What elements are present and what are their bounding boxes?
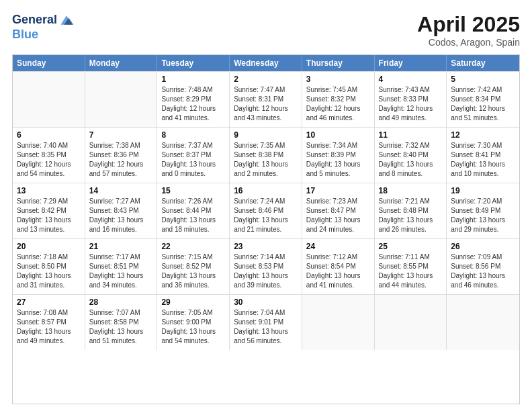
sunrise-text: Sunrise: 7:37 AM xyxy=(161,141,225,150)
daylight-text: Daylight: 13 hours and 31 minutes. xyxy=(17,271,81,290)
day-number: 18 xyxy=(379,186,443,195)
daylight-text: Daylight: 12 hours and 43 minutes. xyxy=(234,104,298,123)
day-number: 9 xyxy=(234,130,298,140)
day-number: 5 xyxy=(451,75,515,84)
sunset-text: Sunset: 8:35 PM xyxy=(17,150,81,160)
day-number: 29 xyxy=(161,298,225,307)
sunrise-text: Sunrise: 7:12 AM xyxy=(306,253,370,262)
calendar-cell: 8Sunrise: 7:37 AMSunset: 8:37 PMDaylight… xyxy=(157,128,230,183)
sunrise-text: Sunrise: 7:05 AM xyxy=(161,308,225,318)
daylight-text: Daylight: 13 hours and 51 minutes. xyxy=(89,327,153,346)
sunset-text: Sunset: 8:40 PM xyxy=(379,150,443,160)
sunrise-text: Sunrise: 7:07 AM xyxy=(89,308,153,318)
day-number: 23 xyxy=(234,242,298,251)
calendar-cell: 11Sunrise: 7:32 AMSunset: 8:40 PMDayligh… xyxy=(375,128,447,183)
daylight-text: Daylight: 13 hours and 13 minutes. xyxy=(17,216,81,234)
sunrise-text: Sunrise: 7:21 AM xyxy=(379,197,443,206)
daylight-text: Daylight: 13 hours and 44 minutes. xyxy=(379,271,443,290)
daylight-text: Daylight: 13 hours and 46 minutes. xyxy=(451,271,515,290)
calendar-cell xyxy=(447,295,519,350)
daylight-text: Daylight: 13 hours and 21 minutes. xyxy=(234,216,298,234)
calendar-header-cell: Thursday xyxy=(302,55,375,71)
calendar: SundayMondayTuesdayWednesdayThursdayFrid… xyxy=(12,54,520,404)
sunset-text: Sunset: 8:51 PM xyxy=(89,262,153,271)
sunrise-text: Sunrise: 7:29 AM xyxy=(17,197,81,206)
calendar-cell: 12Sunrise: 7:30 AMSunset: 8:41 PMDayligh… xyxy=(447,128,519,183)
page: General Blue April 2025 Codos, Aragon, S… xyxy=(0,0,532,411)
calendar-cell: 1Sunrise: 7:48 AMSunset: 8:29 PMDaylight… xyxy=(157,72,230,127)
calendar-header-cell: Wednesday xyxy=(230,55,302,71)
subtitle: Codos, Aragon, Spain xyxy=(417,37,520,48)
sunset-text: Sunset: 8:41 PM xyxy=(451,150,515,160)
sunset-text: Sunset: 8:39 PM xyxy=(306,150,370,160)
daylight-text: Daylight: 12 hours and 51 minutes. xyxy=(451,104,515,123)
day-number: 17 xyxy=(306,186,370,195)
calendar-cell: 4Sunrise: 7:43 AMSunset: 8:33 PMDaylight… xyxy=(375,72,447,127)
logo-text-general: General xyxy=(12,13,57,27)
sunset-text: Sunset: 8:31 PM xyxy=(234,95,298,104)
calendar-week-row: 13Sunrise: 7:29 AMSunset: 8:42 PMDayligh… xyxy=(13,183,519,238)
daylight-text: Daylight: 13 hours and 5 minutes. xyxy=(306,160,370,179)
calendar-cell: 22Sunrise: 7:15 AMSunset: 8:52 PMDayligh… xyxy=(157,239,230,294)
day-number: 12 xyxy=(451,130,515,140)
daylight-text: Daylight: 12 hours and 46 minutes. xyxy=(306,104,370,123)
sunrise-text: Sunrise: 7:47 AM xyxy=(234,85,298,95)
daylight-text: Daylight: 12 hours and 49 minutes. xyxy=(379,104,443,123)
calendar-cell: 7Sunrise: 7:38 AMSunset: 8:36 PMDaylight… xyxy=(85,128,158,183)
sunset-text: Sunset: 8:56 PM xyxy=(451,262,515,271)
daylight-text: Daylight: 13 hours and 56 minutes. xyxy=(234,327,298,346)
sunset-text: Sunset: 8:37 PM xyxy=(161,150,225,160)
calendar-header-cell: Friday xyxy=(375,55,447,71)
day-number: 11 xyxy=(379,130,443,140)
calendar-header-cell: Monday xyxy=(85,55,158,71)
sunset-text: Sunset: 8:42 PM xyxy=(17,206,81,216)
calendar-cell: 17Sunrise: 7:23 AMSunset: 8:47 PMDayligh… xyxy=(302,183,375,238)
main-title: April 2025 xyxy=(417,12,520,37)
day-number: 2 xyxy=(234,75,298,84)
calendar-cell: 14Sunrise: 7:27 AMSunset: 8:43 PMDayligh… xyxy=(85,183,158,238)
logo: General Blue xyxy=(12,12,75,42)
sunset-text: Sunset: 8:47 PM xyxy=(306,206,370,216)
calendar-cell: 6Sunrise: 7:40 AMSunset: 8:35 PMDaylight… xyxy=(13,128,85,183)
daylight-text: Daylight: 13 hours and 0 minutes. xyxy=(161,160,225,179)
calendar-cell: 19Sunrise: 7:20 AMSunset: 8:49 PMDayligh… xyxy=(447,183,519,238)
calendar-cell: 29Sunrise: 7:05 AMSunset: 9:00 PMDayligh… xyxy=(157,295,230,350)
sunset-text: Sunset: 8:44 PM xyxy=(161,206,225,216)
daylight-text: Daylight: 13 hours and 26 minutes. xyxy=(379,216,443,234)
sunset-text: Sunset: 8:33 PM xyxy=(379,95,443,104)
daylight-text: Daylight: 13 hours and 34 minutes. xyxy=(89,271,153,290)
sunrise-text: Sunrise: 7:42 AM xyxy=(451,85,515,95)
sunrise-text: Sunrise: 7:35 AM xyxy=(234,141,298,150)
daylight-text: Daylight: 13 hours and 39 minutes. xyxy=(234,271,298,290)
calendar-cell xyxy=(85,72,158,127)
logo-text-blue: Blue xyxy=(12,28,38,42)
day-number: 1 xyxy=(161,75,225,84)
day-number: 6 xyxy=(17,130,81,140)
sunrise-text: Sunrise: 7:30 AM xyxy=(451,141,515,150)
sunrise-text: Sunrise: 7:38 AM xyxy=(89,141,153,150)
daylight-text: Daylight: 13 hours and 49 minutes. xyxy=(17,327,81,346)
calendar-header-cell: Saturday xyxy=(447,55,519,71)
daylight-text: Daylight: 13 hours and 29 minutes. xyxy=(451,216,515,234)
sunset-text: Sunset: 8:53 PM xyxy=(234,262,298,271)
day-number: 13 xyxy=(17,186,81,195)
sunrise-text: Sunrise: 7:09 AM xyxy=(451,253,515,262)
calendar-cell: 5Sunrise: 7:42 AMSunset: 8:34 PMDaylight… xyxy=(447,72,519,127)
calendar-week-row: 27Sunrise: 7:08 AMSunset: 8:57 PMDayligh… xyxy=(13,294,519,350)
daylight-text: Daylight: 13 hours and 24 minutes. xyxy=(306,216,370,234)
logo-icon xyxy=(58,12,75,28)
calendar-cell: 28Sunrise: 7:07 AMSunset: 8:58 PMDayligh… xyxy=(85,295,158,350)
daylight-text: Daylight: 13 hours and 10 minutes. xyxy=(451,160,515,179)
sunset-text: Sunset: 8:48 PM xyxy=(379,206,443,216)
day-number: 7 xyxy=(89,130,153,140)
calendar-header-cell: Tuesday xyxy=(157,55,230,71)
calendar-cell: 13Sunrise: 7:29 AMSunset: 8:42 PMDayligh… xyxy=(13,183,85,238)
calendar-cell: 24Sunrise: 7:12 AMSunset: 8:54 PMDayligh… xyxy=(302,239,375,294)
day-number: 22 xyxy=(161,242,225,251)
sunrise-text: Sunrise: 7:26 AM xyxy=(161,197,225,206)
sunrise-text: Sunrise: 7:20 AM xyxy=(451,197,515,206)
sunrise-text: Sunrise: 7:45 AM xyxy=(306,85,370,95)
calendar-cell: 30Sunrise: 7:04 AMSunset: 9:01 PMDayligh… xyxy=(230,295,302,350)
daylight-text: Daylight: 13 hours and 16 minutes. xyxy=(89,216,153,234)
sunset-text: Sunset: 8:55 PM xyxy=(379,262,443,271)
